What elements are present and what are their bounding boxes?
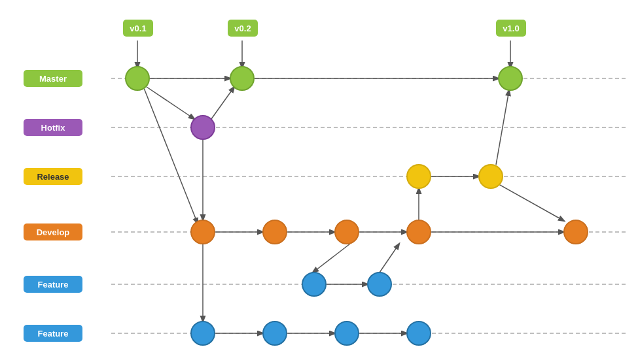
svg-point-60 bbox=[368, 273, 391, 296]
svg-point-56 bbox=[335, 220, 359, 244]
svg-point-59 bbox=[302, 273, 326, 296]
svg-point-62 bbox=[263, 322, 287, 345]
svg-text:v1.0: v1.0 bbox=[503, 24, 519, 33]
svg-line-12 bbox=[144, 88, 198, 223]
svg-line-29 bbox=[499, 184, 564, 221]
svg-point-49 bbox=[230, 67, 254, 90]
svg-text:Hotfix: Hotfix bbox=[41, 123, 66, 133]
svg-point-55 bbox=[263, 220, 287, 244]
svg-text:v0.2: v0.2 bbox=[234, 24, 251, 33]
svg-point-52 bbox=[407, 165, 431, 188]
git-flow-diagram: v0.1 v0.2 v1.0 Master Hotfix Release Dev… bbox=[0, 0, 638, 364]
svg-text:Feature: Feature bbox=[38, 280, 69, 290]
svg-text:Release: Release bbox=[37, 172, 69, 182]
svg-point-48 bbox=[126, 67, 149, 90]
svg-line-13 bbox=[211, 87, 234, 119]
svg-text:Develop: Develop bbox=[37, 227, 70, 237]
svg-text:Feature: Feature bbox=[38, 329, 69, 339]
svg-point-61 bbox=[191, 322, 215, 345]
svg-point-57 bbox=[407, 220, 431, 244]
svg-point-53 bbox=[479, 165, 503, 188]
svg-point-51 bbox=[191, 116, 215, 139]
svg-text:Master: Master bbox=[39, 74, 67, 84]
svg-line-19 bbox=[313, 244, 350, 273]
svg-point-58 bbox=[564, 220, 588, 244]
svg-line-21 bbox=[380, 244, 399, 273]
svg-point-54 bbox=[191, 220, 215, 244]
svg-text:v0.1: v0.1 bbox=[130, 24, 146, 33]
svg-point-63 bbox=[335, 322, 359, 345]
svg-point-50 bbox=[499, 67, 522, 90]
svg-point-64 bbox=[407, 322, 431, 345]
